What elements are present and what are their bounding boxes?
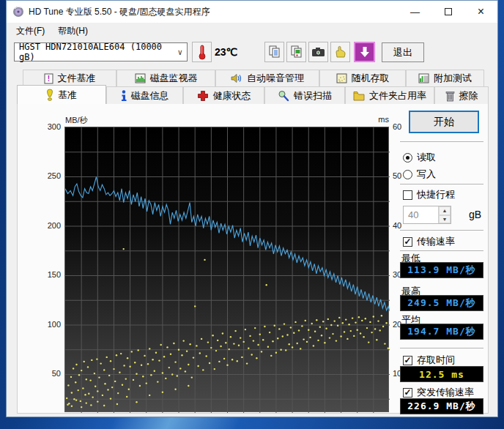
- short-stroke-label: 快捷行程: [417, 188, 455, 201]
- tab-disk-info[interactable]: 磁盘信息: [106, 86, 183, 104]
- avg-value-display: 194.7 MB/秒: [400, 324, 483, 340]
- short-stroke-value: 40: [404, 206, 438, 223]
- separator: [400, 230, 483, 231]
- start-button[interactable]: 开始: [409, 111, 479, 133]
- tab-label: 文件夹占用率: [369, 89, 426, 102]
- close-button[interactable]: ×: [464, 1, 497, 23]
- donate-button[interactable]: [330, 42, 350, 62]
- tab-aam[interactable]: 自动噪音管理: [215, 70, 319, 86]
- maximize-icon: [445, 8, 452, 15]
- title-bar: HD Tune 专业版 5.50 - 硬盘/固态硬盘实用程序 — ×: [7, 1, 497, 23]
- short-stroke-stepper[interactable]: 40 ▲ ▼: [403, 206, 451, 224]
- tab-disk-monitor[interactable]: 磁盘监视器: [116, 70, 215, 86]
- random-access-icon: [336, 73, 347, 83]
- write-label: 写入: [417, 168, 436, 181]
- folder-icon: [353, 91, 365, 101]
- radio-icon: [403, 170, 412, 179]
- disk-monitor-icon: [135, 73, 146, 83]
- write-radio[interactable]: 写入: [403, 168, 436, 181]
- left-tick: 300: [39, 122, 61, 131]
- short-stroke-checkbox[interactable]: 快捷行程: [403, 188, 455, 201]
- tab-label: 附加测试: [434, 72, 472, 85]
- tab-label: 自动噪音管理: [247, 72, 304, 85]
- tab-strip-bottom: 基准 磁盘信息 健康状态 错误扫描: [17, 86, 489, 104]
- access-time-checkbox[interactable]: ✓ 存取时间: [403, 354, 455, 367]
- drive-selector[interactable]: HGST HDN721010ALE604 (10000 gB) ∨: [14, 42, 188, 61]
- temperature-value: 23℃: [215, 46, 237, 58]
- left-tick: 150: [39, 270, 61, 279]
- magnifier-icon: [278, 90, 289, 102]
- tab-health[interactable]: 健康状态: [183, 86, 264, 104]
- menu-help[interactable]: 帮助(H): [51, 23, 94, 40]
- checkbox-icon: ✓: [403, 388, 412, 398]
- left-tick: 250: [39, 171, 61, 180]
- tab-label: 擦除: [459, 89, 478, 102]
- copy-image-icon: [290, 45, 303, 59]
- read-radio[interactable]: 读取: [403, 151, 436, 164]
- chevron-down-icon: ∨: [177, 48, 182, 57]
- burst-rate-checkbox[interactable]: ✓ 突发传输速率: [403, 386, 474, 399]
- thermometer-icon: [198, 44, 207, 60]
- benchmark-chart: [64, 127, 389, 412]
- exit-button[interactable]: 退出: [382, 42, 424, 62]
- separator: [400, 348, 483, 348]
- left-axis-title: MB/秒: [65, 115, 88, 126]
- info-icon: [121, 90, 127, 102]
- short-stroke-unit: gB: [469, 209, 481, 220]
- menu-file[interactable]: 文件(F): [10, 23, 51, 40]
- drive-selector-value: HGST HDN721010ALE604 (10000 gB): [19, 42, 177, 62]
- right-axis-title: ms: [367, 115, 389, 124]
- tab-label: 基准: [58, 89, 77, 102]
- tab-label: 健康状态: [213, 89, 251, 102]
- tab-random-access[interactable]: 随机存取: [319, 70, 406, 86]
- stepper-up-button[interactable]: ▲: [439, 206, 451, 215]
- toolbar: HGST HDN721010ALE604 (10000 gB) ∨ 23℃: [7, 40, 497, 66]
- minimize-button[interactable]: —: [399, 1, 431, 23]
- update-download-button[interactable]: [354, 42, 375, 62]
- access-time-display: 12.5 ms: [400, 366, 483, 382]
- tab-strip-top: ! 文件基准 磁盘监视器 自动噪音管理 随机存取: [23, 70, 484, 86]
- tab-label: 文件基准: [58, 72, 96, 85]
- checkbox-icon: [403, 190, 412, 200]
- window-title: HD Tune 专业版 5.50 - 硬盘/固态硬盘实用程序: [29, 6, 210, 18]
- tab-label: 错误扫描: [294, 89, 332, 102]
- camera-icon: [311, 47, 325, 57]
- extra-tests-icon: [418, 73, 429, 83]
- tab-erase[interactable]: 擦除: [434, 86, 489, 104]
- radio-icon: [403, 153, 412, 163]
- transfer-rate-checkbox[interactable]: ✓ 传输速率: [403, 235, 455, 248]
- copy-text-button[interactable]: [264, 42, 284, 62]
- speaker-icon: [231, 73, 242, 83]
- trash-icon: [445, 90, 455, 102]
- access-time-label: 存取时间: [417, 354, 455, 367]
- hand-icon: [334, 45, 347, 59]
- tab-error-scan[interactable]: 错误扫描: [264, 86, 345, 104]
- tab-folder-usage[interactable]: 文件夹占用率: [345, 86, 434, 104]
- temperature-button[interactable]: [192, 42, 212, 62]
- left-tick: 200: [39, 221, 61, 230]
- menu-bar: 文件(F) 帮助(H): [7, 23, 497, 40]
- tab-label: 磁盘监视器: [150, 72, 198, 85]
- burst-rate-label: 突发传输速率: [417, 386, 474, 399]
- tab-label: 随机存取: [352, 72, 390, 85]
- left-tick: 100: [39, 320, 61, 329]
- benchmark-icon: [46, 89, 53, 101]
- tab-file-benchmark[interactable]: ! 文件基准: [23, 70, 116, 86]
- save-screenshot-button[interactable]: [308, 42, 328, 62]
- checkbox-icon: ✓: [403, 237, 412, 247]
- tab-extra-tests[interactable]: 附加测试: [406, 70, 484, 86]
- tab-benchmark[interactable]: 基准: [17, 85, 106, 104]
- maximize-button[interactable]: [431, 1, 464, 23]
- left-tick: 50: [39, 369, 61, 378]
- svg-text:!: !: [47, 75, 49, 83]
- burst-rate-display: 226.9 MB/秒: [400, 398, 483, 414]
- copy-image-button[interactable]: [286, 42, 306, 62]
- read-label: 读取: [417, 151, 436, 164]
- app-window: HD Tune 专业版 5.50 - 硬盘/固态硬盘实用程序 — × 文件(F)…: [6, 0, 498, 417]
- max-value-display: 249.5 MB/秒: [400, 295, 483, 311]
- file-benchmark-icon: !: [44, 73, 53, 84]
- stepper-down-button[interactable]: ▼: [439, 215, 451, 224]
- separator: [400, 141, 483, 142]
- separator: [400, 250, 483, 251]
- transfer-rate-label: 传输速率: [417, 235, 455, 248]
